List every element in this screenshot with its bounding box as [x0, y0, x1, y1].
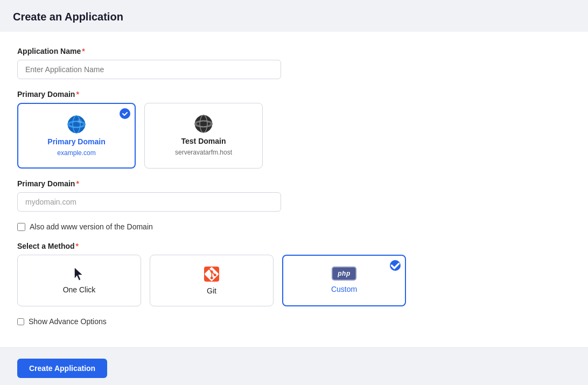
www-checkbox-label[interactable]: Also add www version of the Domain: [30, 222, 153, 231]
show-advance-row: Show Advance Options: [17, 317, 571, 326]
required-star-2: *: [76, 90, 79, 99]
method-card-custom[interactable]: php Custom: [282, 255, 406, 306]
git-label: Git: [207, 286, 216, 295]
required-star: *: [82, 47, 85, 55]
check-badge-custom: [390, 260, 401, 271]
primary-domain-card-label: Primary Domain: [47, 137, 105, 146]
git-icon: [204, 266, 220, 282]
test-domain-card-label: Test Domain: [181, 137, 226, 145]
check-badge-primary: [120, 108, 130, 119]
globe-blue-icon: [67, 115, 86, 134]
required-star-3: *: [76, 179, 79, 188]
globe-dark-icon: [194, 114, 213, 134]
method-options: One Click Git ph: [17, 255, 571, 306]
app-name-input[interactable]: [17, 60, 281, 79]
primary-domain-card-group: Primary Domain *: [17, 90, 571, 169]
show-advance-checkbox[interactable]: [17, 318, 24, 325]
checkmark-icon: [122, 110, 128, 117]
checkmark-icon-custom: [390, 260, 401, 271]
method-card-git[interactable]: Git: [150, 255, 274, 306]
primary-domain-input-group: Primary Domain *: [17, 179, 571, 212]
test-domain-card-sub: serveravatarfm.host: [175, 149, 232, 156]
primary-domain-label: Primary Domain *: [17, 90, 571, 99]
custom-label: Custom: [331, 285, 357, 293]
php-badge: php: [332, 267, 356, 281]
domain-options: Primary Domain example.com Test Domain s…: [17, 103, 571, 169]
required-star-4: *: [76, 242, 79, 250]
primary-domain-input[interactable]: [17, 192, 281, 212]
footer-bar: Create Application: [0, 347, 588, 385]
domain-card-test[interactable]: Test Domain serveravatarfm.host: [144, 103, 263, 169]
primary-domain-input-label: Primary Domain *: [17, 179, 571, 188]
page-title: Create an Application: [0, 0, 588, 32]
show-advance-label[interactable]: Show Advance Options: [29, 317, 107, 326]
one-click-label: One Click: [63, 285, 96, 294]
select-method-label: Select a Method *: [17, 242, 571, 250]
domain-card-primary[interactable]: Primary Domain example.com: [17, 103, 136, 169]
create-application-button[interactable]: Create Application: [17, 359, 107, 378]
app-name-label: Application Name *: [17, 47, 571, 55]
form-card: Application Name * Primary Domain *: [0, 32, 588, 347]
svg-point-4: [78, 119, 82, 123]
cursor-icon: [72, 266, 87, 281]
www-checkbox[interactable]: [17, 223, 25, 231]
www-checkbox-row: Also add www version of the Domain: [17, 222, 571, 231]
primary-domain-card-sub: example.com: [57, 149, 95, 157]
app-name-field-group: Application Name *: [17, 47, 571, 79]
method-card-one-click[interactable]: One Click: [17, 255, 141, 306]
select-method-group: Select a Method * One Click Git: [17, 242, 571, 306]
